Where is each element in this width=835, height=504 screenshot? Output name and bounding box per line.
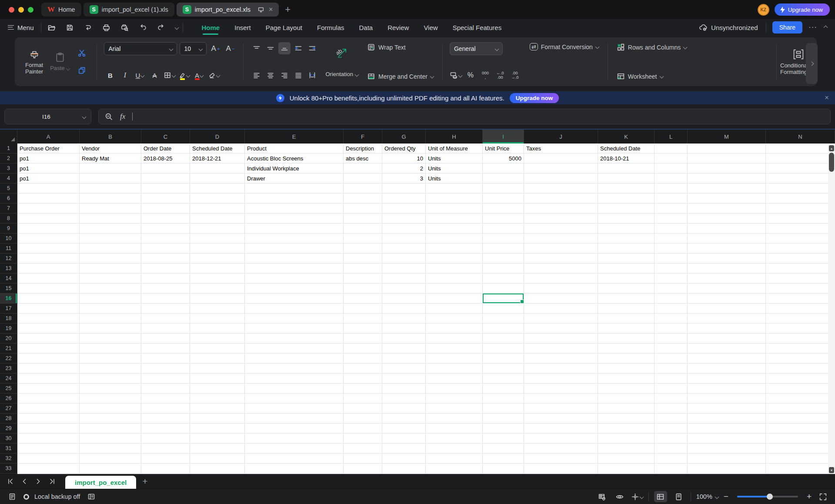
row-header-8[interactable]: 8 bbox=[0, 214, 17, 224]
cell-C16[interactable] bbox=[141, 294, 190, 304]
cell-D32[interactable] bbox=[190, 454, 245, 464]
cell-J11[interactable] bbox=[524, 244, 598, 254]
row-header-30[interactable]: 30 bbox=[0, 434, 17, 444]
row-header-10[interactable]: 10 bbox=[0, 234, 17, 244]
cell-E24[interactable] bbox=[245, 374, 344, 384]
monitor-icon[interactable] bbox=[257, 6, 264, 13]
cell-K1[interactable]: Scheduled Date bbox=[598, 144, 655, 154]
cell-J19[interactable] bbox=[524, 324, 598, 334]
borders-button[interactable] bbox=[163, 69, 175, 81]
row-header-14[interactable]: 14 bbox=[0, 274, 17, 284]
cell-H20[interactable] bbox=[426, 334, 483, 344]
cell-A6[interactable] bbox=[17, 194, 80, 204]
cell-F30[interactable] bbox=[344, 434, 382, 444]
cell-F4[interactable] bbox=[344, 174, 382, 184]
row-header-26[interactable]: 26 bbox=[0, 394, 17, 404]
cell-C8[interactable] bbox=[141, 214, 190, 224]
cell-B19[interactable] bbox=[80, 324, 141, 334]
cell-J31[interactable] bbox=[524, 444, 598, 454]
cell-L26[interactable] bbox=[655, 394, 688, 404]
cell-G31[interactable] bbox=[382, 444, 426, 454]
cell-F33[interactable] bbox=[344, 464, 382, 474]
cell-M17[interactable] bbox=[688, 304, 766, 314]
cell-F19[interactable] bbox=[344, 324, 382, 334]
cell-F29[interactable] bbox=[344, 424, 382, 434]
avatar[interactable]: KZ bbox=[758, 4, 769, 16]
cell-F21[interactable] bbox=[344, 344, 382, 354]
cell-M30[interactable] bbox=[688, 434, 766, 444]
cell-F12[interactable] bbox=[344, 254, 382, 264]
format-painter-button[interactable]: Format Painter bbox=[23, 49, 46, 75]
cell-B7[interactable] bbox=[80, 204, 141, 214]
cell-A12[interactable] bbox=[17, 254, 80, 264]
cell-C10[interactable] bbox=[141, 234, 190, 244]
cell-E5[interactable] bbox=[245, 184, 344, 194]
align-top-button[interactable] bbox=[250, 42, 263, 54]
collapse-ribbon-icon[interactable] bbox=[824, 25, 828, 30]
cell-D33[interactable] bbox=[190, 464, 245, 474]
macro-script-icon[interactable] bbox=[6, 491, 18, 503]
new-tab-button[interactable]: + bbox=[285, 4, 291, 15]
cell-E14[interactable] bbox=[245, 274, 344, 284]
cell-N13[interactable] bbox=[766, 264, 835, 274]
cell-L20[interactable] bbox=[655, 334, 688, 344]
cell-A32[interactable] bbox=[17, 454, 80, 464]
cell-G28[interactable] bbox=[382, 414, 426, 424]
row-header-5[interactable]: 5 bbox=[0, 184, 17, 194]
cell-C6[interactable] bbox=[141, 194, 190, 204]
row-header-25[interactable]: 25 bbox=[0, 384, 17, 394]
cell-F3[interactable] bbox=[344, 164, 382, 174]
cell-N15[interactable] bbox=[766, 284, 835, 294]
cell-I8[interactable] bbox=[483, 214, 524, 224]
cell-M14[interactable] bbox=[688, 274, 766, 284]
upgrade-now-button[interactable]: Upgrade now bbox=[775, 3, 830, 16]
cell-G11[interactable] bbox=[382, 244, 426, 254]
cell-B33[interactable] bbox=[80, 464, 141, 474]
cell-B29[interactable] bbox=[80, 424, 141, 434]
cell-I19[interactable] bbox=[483, 324, 524, 334]
cell-B6[interactable] bbox=[80, 194, 141, 204]
normal-view-button[interactable] bbox=[654, 491, 667, 502]
cell-A11[interactable] bbox=[17, 244, 80, 254]
cell-B21[interactable] bbox=[80, 344, 141, 354]
cell-B12[interactable] bbox=[80, 254, 141, 264]
cell-G29[interactable] bbox=[382, 424, 426, 434]
cell-F34[interactable] bbox=[344, 474, 382, 474]
cell-J12[interactable] bbox=[524, 254, 598, 264]
cell-I6[interactable] bbox=[483, 194, 524, 204]
cell-M8[interactable] bbox=[688, 214, 766, 224]
name-box[interactable]: I16 bbox=[4, 109, 91, 124]
cell-K26[interactable] bbox=[598, 394, 655, 404]
ribbon-expand-button[interactable] bbox=[806, 43, 818, 84]
row-header-12[interactable]: 12 bbox=[0, 254, 17, 264]
cell-H27[interactable] bbox=[426, 404, 483, 414]
document-tab[interactable]: Simport_pol_excel (1).xls bbox=[84, 3, 174, 17]
cell-N17[interactable] bbox=[766, 304, 835, 314]
cell-M25[interactable] bbox=[688, 384, 766, 394]
cell-I31[interactable] bbox=[483, 444, 524, 454]
cell-F5[interactable] bbox=[344, 184, 382, 194]
cell-E30[interactable] bbox=[245, 434, 344, 444]
cell-L9[interactable] bbox=[655, 224, 688, 234]
cell-I10[interactable] bbox=[483, 234, 524, 244]
underline-button[interactable]: U bbox=[134, 69, 146, 81]
cell-A29[interactable] bbox=[17, 424, 80, 434]
cell-G21[interactable] bbox=[382, 344, 426, 354]
rows-columns-button[interactable]: Rows and Columns bbox=[615, 42, 688, 52]
select-all-corner[interactable] bbox=[0, 130, 17, 144]
cell-F7[interactable] bbox=[344, 204, 382, 214]
cell-J9[interactable] bbox=[524, 224, 598, 234]
cell-B1[interactable]: Vendor bbox=[80, 144, 141, 154]
cell-F31[interactable] bbox=[344, 444, 382, 454]
sheet-tab-active[interactable]: import_po_excel bbox=[65, 476, 136, 489]
cell-H29[interactable] bbox=[426, 424, 483, 434]
cell-M6[interactable] bbox=[688, 194, 766, 204]
cell-A27[interactable] bbox=[17, 404, 80, 414]
cell-G14[interactable] bbox=[382, 274, 426, 284]
cell-N8[interactable] bbox=[766, 214, 835, 224]
cell-N33[interactable] bbox=[766, 464, 835, 474]
cell-D24[interactable] bbox=[190, 374, 245, 384]
cell-B13[interactable] bbox=[80, 264, 141, 274]
cell-B34[interactable] bbox=[80, 474, 141, 474]
cell-L30[interactable] bbox=[655, 434, 688, 444]
